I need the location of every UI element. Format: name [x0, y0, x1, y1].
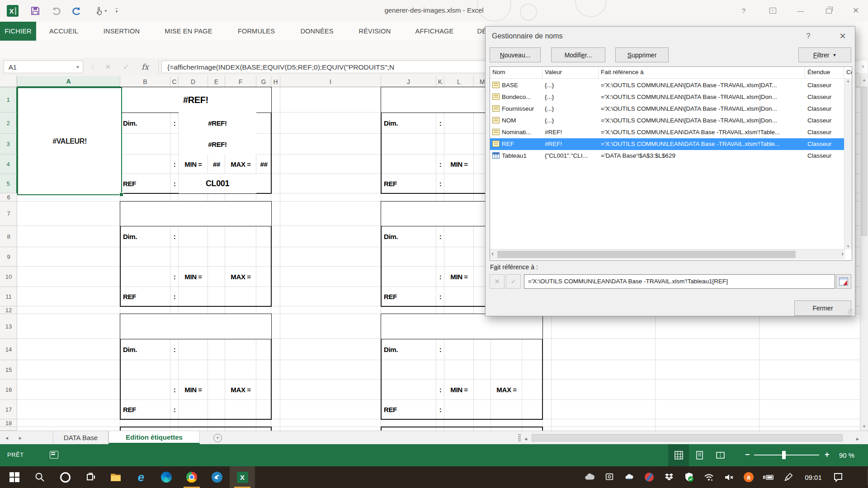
edit-name-button[interactable]: Modifier...	[551, 47, 605, 62]
close-dialog-button[interactable]: Fermer	[794, 300, 851, 316]
sheet-cell-K10[interactable]: :	[436, 267, 444, 287]
column-header-A[interactable]: A	[17, 76, 120, 87]
sheet-cell-L10[interactable]: MIN =	[444, 267, 474, 287]
sheet-cell-C8[interactable]: :	[170, 226, 179, 247]
sheet-cell-K8[interactable]: :	[436, 226, 444, 247]
tab-affichage[interactable]: AFFICHAGE	[403, 22, 466, 41]
row-header-6[interactable]: 6	[0, 193, 17, 202]
sheet-cell-D16[interactable]: MIN =	[179, 380, 208, 400]
sheet-cell-J5[interactable]: REF	[381, 174, 436, 193]
col-valeur[interactable]: Valeur	[545, 69, 562, 75]
row-header-9[interactable]: 9	[0, 247, 17, 267]
thunderbird-icon[interactable]	[204, 466, 230, 488]
tab-splitter-handle[interactable]	[518, 434, 521, 442]
sheet-cell-J13[interactable]	[381, 314, 542, 339]
sheet-cell-D5[interactable]: CL001	[179, 174, 256, 193]
page-layout-view-icon[interactable]	[689, 444, 710, 466]
col-nom[interactable]: Nom	[492, 69, 505, 75]
display-connect-icon[interactable]	[599, 466, 619, 488]
tab-accueil[interactable]: ACCUEIL	[36, 22, 91, 41]
row-header-8[interactable]: 8	[0, 226, 17, 247]
zoom-out-icon[interactable]: −	[745, 450, 750, 460]
excel-taskbar-icon[interactable]: X	[230, 466, 255, 488]
ribbon-display-options-icon[interactable]: ˄	[766, 5, 779, 16]
dropbox-icon[interactable]	[659, 466, 679, 488]
row-header-4[interactable]: 4	[0, 155, 17, 174]
scroll-left-icon[interactable]: ◂	[524, 436, 527, 442]
column-header-G[interactable]: G	[256, 76, 271, 87]
sheet-cell-C2[interactable]: :	[170, 113, 179, 134]
row-header-2[interactable]: 2	[0, 113, 17, 134]
formula-bar-expand-icon[interactable]: ˅	[859, 61, 867, 73]
vertical-scroll-thumb[interactable]	[861, 87, 867, 236]
sheet-cell-C5[interactable]: :	[170, 174, 179, 193]
start-button-icon[interactable]	[2, 466, 27, 488]
row-header-7[interactable]: 7	[0, 202, 17, 226]
row-header-17[interactable]: 17	[0, 400, 17, 419]
new-name-button[interactable]: Nouveau...	[490, 47, 541, 62]
scroll-right-icon[interactable]: ›	[841, 250, 844, 257]
row-header-18[interactable]: 18	[0, 419, 17, 427]
scroll-down-icon[interactable]: ▼	[860, 424, 868, 429]
name-manager-row-Tableau1[interactable]: Tableau1{"CL001"."CLI...='DATA Base'!$A$…	[490, 150, 845, 162]
sheet-cell-B7[interactable]	[120, 202, 271, 226]
scroll-up-icon[interactable]: ▲	[860, 78, 868, 82]
sheet-cell-B8[interactable]: Dim.	[120, 226, 170, 247]
help-icon[interactable]: ?	[737, 5, 750, 16]
sheet-cell-K11[interactable]: :	[436, 287, 444, 306]
sheet-cell-J17[interactable]: REF	[381, 400, 436, 419]
row-header-10[interactable]: 10	[0, 267, 17, 287]
page-break-view-icon[interactable]	[710, 444, 731, 466]
sheet-cell-C14[interactable]: :	[170, 339, 179, 360]
col-ref[interactable]: Fait référence à	[601, 69, 644, 75]
column-header-D[interactable]: D	[179, 76, 208, 87]
column-header-H[interactable]: H	[271, 76, 280, 87]
row-header-16[interactable]: 16	[0, 380, 17, 400]
column-header-B[interactable]: B	[120, 76, 170, 87]
sheet-cell-J2[interactable]: Dim.	[381, 113, 436, 134]
onedrive-icon[interactable]	[580, 466, 599, 488]
zoom-in-icon[interactable]: +	[825, 450, 830, 460]
sheet-cell-J8[interactable]: Dim.	[381, 226, 436, 247]
column-header-I[interactable]: I	[280, 76, 381, 87]
row-header-15[interactable]: 15	[0, 360, 17, 380]
selection-fill-handle[interactable]	[119, 192, 123, 197]
sheet-horizontal-scrollbar[interactable]: ◂ ▸	[524, 433, 860, 443]
battery-icon[interactable]	[759, 466, 778, 488]
sheet-cell-K16[interactable]: :	[436, 380, 444, 400]
horizontal-scroll-thumb[interactable]	[532, 434, 843, 441]
column-header-L[interactable]: L	[444, 76, 474, 87]
row-header-19[interactable]	[0, 427, 17, 431]
row-header-11[interactable]: 11	[0, 287, 17, 306]
row-header-1[interactable]: 1	[0, 87, 17, 113]
sheet-cell-L16[interactable]: MIN =	[444, 380, 474, 400]
delete-name-button[interactable]: Supprimer	[615, 47, 669, 62]
sheet-cell-K2[interactable]: :	[436, 113, 444, 134]
col-commentaire[interactable]: Con	[846, 69, 852, 75]
record-macro-icon[interactable]	[50, 451, 58, 459]
scroll-right-icon[interactable]: ▸	[856, 436, 859, 442]
tab-donnees[interactable]: DONNÉES	[288, 22, 346, 41]
name-manager-row-REF[interactable]: REF#REF!='X:\OUTILS COMMUN\LEAN\DATA Bas…	[490, 138, 845, 150]
search-icon[interactable]	[27, 466, 52, 488]
sheet-tab-data-base[interactable]: DATA Base	[53, 431, 108, 444]
zoom-slider[interactable]	[754, 455, 819, 455]
sheet-cell-F16[interactable]: MAX =	[225, 380, 256, 400]
filter-button[interactable]: Filtrer▼	[798, 47, 851, 62]
sheet-cell-B11[interactable]: REF	[120, 287, 170, 306]
column-header-E[interactable]: E	[208, 76, 225, 87]
active-selection[interactable]: #VALEUR!	[17, 87, 122, 195]
name-box[interactable]: A1 ▼	[4, 61, 83, 73]
name-manager-row-BASE[interactable]: BASE{...}='X:\OUTILS COMMUN\LEAN\[DATA B…	[490, 80, 845, 91]
names-list-horizontal-scrollbar[interactable]: ‹ ›	[490, 249, 845, 259]
action-center-icon[interactable]	[828, 466, 848, 488]
row-header-3[interactable]: 3	[0, 134, 17, 155]
sheet-nav-right-icon[interactable]: ▸	[19, 435, 22, 441]
sheet-cell-B1[interactable]: #REF!	[120, 87, 271, 113]
dialog-close-icon[interactable]: ✕	[836, 30, 849, 42]
sheet-cell-B13[interactable]	[120, 314, 271, 339]
cloud-app-icon[interactable]	[619, 466, 639, 488]
sheet-cell-N16[interactable]: MAX =	[491, 380, 522, 400]
sheet-cell-B17[interactable]: REF	[120, 400, 170, 419]
avast-icon[interactable]: a	[739, 466, 759, 488]
